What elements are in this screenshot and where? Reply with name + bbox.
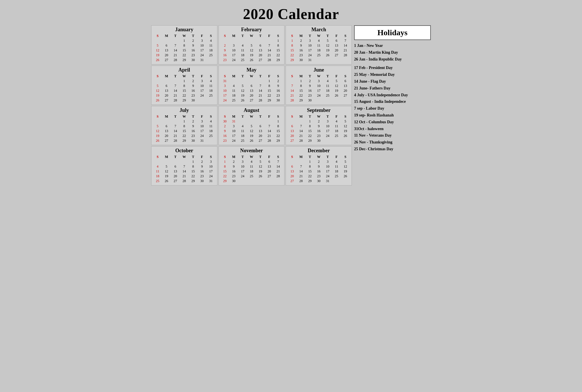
day-cell: 23	[189, 134, 198, 138]
day-cell: 20	[162, 134, 171, 138]
day-cell: 10	[314, 84, 323, 88]
day-cell: 6	[341, 79, 350, 84]
day-cell: 2	[305, 79, 314, 84]
day-cell	[229, 38, 238, 43]
day-cell: 15	[180, 48, 189, 53]
day-header: T	[256, 74, 265, 79]
day-cell: 23	[297, 53, 305, 58]
day-cell: 4	[323, 79, 332, 84]
day-cell	[288, 159, 296, 164]
day-cell: 6	[288, 164, 296, 169]
day-cell	[247, 38, 256, 43]
day-cell: 23	[221, 58, 229, 62]
day-header: F	[332, 155, 341, 159]
day-cell: 11	[206, 43, 215, 48]
day-cell: 26	[341, 134, 350, 138]
day-cell: 4	[247, 159, 256, 164]
day-cell: 5	[341, 119, 350, 124]
day-cell: 9	[189, 124, 198, 129]
day-cell: 30	[198, 179, 206, 184]
day-cell: 12	[332, 84, 341, 88]
day-cell: 26	[153, 98, 162, 103]
day-cell: 1	[180, 79, 189, 84]
day-cell: 13	[162, 48, 171, 53]
day-cell: 18	[332, 129, 341, 134]
day-cell: 11	[332, 164, 341, 169]
day-cell: 18	[153, 174, 162, 179]
day-header: W	[247, 74, 256, 79]
day-cell: 4	[238, 124, 247, 129]
day-cell: 16	[189, 129, 198, 134]
day-cell: 4	[314, 38, 323, 43]
day-header: M	[297, 34, 305, 38]
day-cell: 4	[206, 119, 215, 124]
day-cell: 14	[180, 169, 189, 174]
day-cell	[288, 79, 296, 84]
day-cell	[323, 58, 332, 62]
day-cell	[314, 58, 323, 62]
day-cell: 25	[229, 98, 238, 103]
day-cell: 21	[341, 48, 350, 53]
day-cell: 1	[180, 38, 189, 43]
day-header: S	[153, 74, 162, 79]
day-cell: 15	[297, 88, 305, 93]
day-cell: 5	[332, 79, 341, 84]
day-cell: 3	[229, 124, 238, 129]
day-cell: 30	[221, 119, 229, 124]
holiday-item: 1 Jan - New Year	[354, 42, 431, 49]
day-cell: 20	[288, 174, 296, 179]
day-header: S	[206, 34, 215, 38]
day-cell: 5	[323, 38, 332, 43]
day-cell: 24	[323, 174, 332, 179]
day-header: T	[189, 74, 198, 79]
day-cell: 20	[247, 93, 256, 98]
day-cell: 24	[323, 134, 332, 138]
day-cell: 9	[221, 48, 229, 53]
holiday-item: 14 June - Flag Day	[354, 78, 431, 85]
day-cell: 26	[332, 93, 341, 98]
month-title: February	[221, 27, 283, 33]
month-title: March	[288, 27, 350, 33]
day-cell	[206, 138, 215, 143]
day-cell: 3	[221, 84, 229, 88]
day-cell: 22	[274, 53, 282, 58]
day-cell: 5	[247, 43, 256, 48]
month-block-february: FebruarySMTWTFS1234567891011121314151617…	[219, 25, 285, 64]
day-cell: 4	[206, 38, 215, 43]
day-cell: 29	[305, 138, 314, 143]
day-cell: 13	[162, 88, 171, 93]
day-cell: 19	[341, 169, 350, 174]
day-cell: 25	[332, 134, 341, 138]
day-cell: 29	[274, 58, 282, 62]
day-cell: 27	[171, 179, 180, 184]
day-cell: 26	[238, 98, 247, 103]
day-header: W	[247, 155, 256, 159]
day-cell: 21	[171, 53, 180, 58]
day-cell: 27	[162, 98, 171, 103]
day-cell: 9	[221, 129, 229, 134]
day-cell: 3	[314, 79, 323, 84]
day-cell: 21	[265, 134, 274, 138]
day-cell: 24	[229, 138, 238, 143]
day-cell: 27	[332, 53, 341, 58]
holidays-list: 1 Jan - New Year20 Jan - Martin King Day…	[354, 42, 431, 153]
day-cell: 29	[180, 98, 189, 103]
day-cell	[265, 119, 274, 124]
day-cell: 20	[341, 88, 350, 93]
day-header: M	[229, 114, 238, 119]
day-cell: 18	[323, 88, 332, 93]
day-header: T	[238, 114, 247, 119]
day-cell: 10	[229, 48, 238, 53]
day-cell	[341, 98, 350, 103]
day-cell	[247, 119, 256, 124]
day-cell: 25	[206, 53, 215, 58]
day-cell: 8	[274, 43, 282, 48]
day-cell: 1	[297, 79, 305, 84]
day-cell: 21	[171, 93, 180, 98]
content-area: JanuarySMTWTFS12345678910111213141516171…	[151, 25, 431, 185]
day-cell: 24	[198, 53, 206, 58]
day-cell: 29	[274, 138, 282, 143]
day-cell: 23	[198, 174, 206, 179]
day-cell: 29	[180, 58, 189, 62]
month-block-august: AugustSMTWTFS303112345678910111213141516…	[219, 106, 285, 145]
